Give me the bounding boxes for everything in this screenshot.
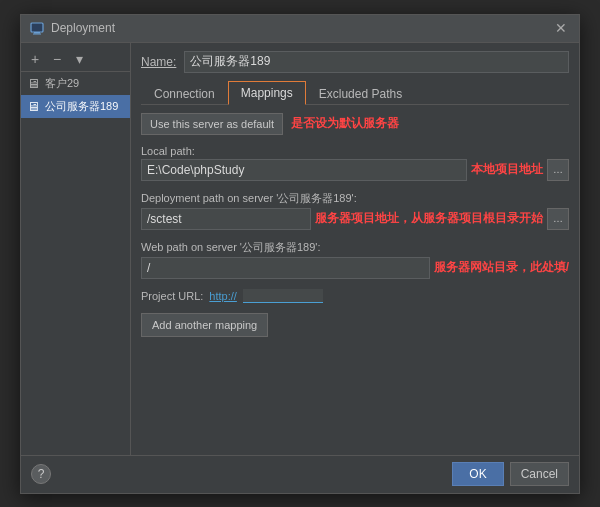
sidebar-item-company189[interactable]: 🖥 公司服务器189 <box>21 95 130 118</box>
dialog-content: + − ▾ 🖥 客户29 🖥 公司服务器189 Name: Connecti <box>21 43 579 455</box>
name-input[interactable] <box>184 51 569 73</box>
main-panel: Name: Connection Mappings Excluded Paths… <box>131 43 579 455</box>
project-url-row: Project URL: http:// <box>141 289 569 303</box>
annotation-deployment: 服务器项目地址，从服务器项目根目录开始 <box>315 210 543 227</box>
tabs: Connection Mappings Excluded Paths <box>141 81 569 105</box>
local-path-row: 本地项目地址 … <box>141 159 569 181</box>
tab-excluded-paths[interactable]: Excluded Paths <box>306 82 415 105</box>
deployment-icon <box>29 20 45 36</box>
local-path-label: Local path: <box>141 145 569 157</box>
sidebar-item-label: 客户29 <box>45 76 124 91</box>
dialog-title: Deployment <box>51 21 115 35</box>
use-default-button[interactable]: Use this server as default <box>141 113 283 135</box>
svg-rect-1 <box>34 32 40 34</box>
deployment-path-row: 服务器项目地址，从服务器项目根目录开始 … <box>141 208 569 230</box>
project-url-masked <box>243 289 323 303</box>
deployment-path-label: Deployment path on server '公司服务器189': <box>141 191 569 206</box>
tab-mappings[interactable]: Mappings <box>228 81 306 105</box>
tab-content-mappings: Use this server as default 是否设为默认服务器 Loc… <box>141 113 569 447</box>
svg-rect-2 <box>33 34 41 35</box>
close-button[interactable]: ✕ <box>551 19 571 37</box>
help-button[interactable]: ? <box>31 464 51 484</box>
add-server-button[interactable]: + <box>25 49 45 69</box>
ok-button[interactable]: OK <box>452 462 503 486</box>
server-icon: 🖥 <box>27 76 40 91</box>
annotation-web: 服务器网站目录，此处填/ <box>434 259 569 276</box>
web-path-row: 服务器网站目录，此处填/ <box>141 257 569 279</box>
local-path-browse-button[interactable]: … <box>547 159 569 181</box>
footer: ? OK Cancel <box>21 455 579 493</box>
sidebar-item-client29[interactable]: 🖥 客户29 <box>21 72 130 95</box>
server-menu-button[interactable]: ▾ <box>69 49 89 69</box>
name-row: Name: <box>141 51 569 73</box>
sidebar-item-label: 公司服务器189 <box>45 99 124 114</box>
server-icon: 🖥 <box>27 99 40 114</box>
web-path-input[interactable] <box>141 257 430 279</box>
sidebar: + − ▾ 🖥 客户29 🖥 公司服务器189 <box>21 43 131 455</box>
web-path-group: Web path on server '公司服务器189': 服务器网站目录，此… <box>141 240 569 279</box>
annotation-default: 是否设为默认服务器 <box>291 115 399 132</box>
deployment-path-group: Deployment path on server '公司服务器189': 服务… <box>141 191 569 230</box>
project-url-value[interactable]: http:// <box>209 290 237 302</box>
titlebar: Deployment ✕ <box>21 15 579 43</box>
web-path-label: Web path on server '公司服务器189': <box>141 240 569 255</box>
annotation-local: 本地项目地址 <box>471 161 543 178</box>
project-url-label: Project URL: <box>141 290 203 302</box>
cancel-button[interactable]: Cancel <box>510 462 569 486</box>
sidebar-toolbar: + − ▾ <box>21 47 130 72</box>
name-label: Name: <box>141 55 176 69</box>
deployment-path-input[interactable] <box>141 208 311 230</box>
server-default-row: Use this server as default 是否设为默认服务器 <box>141 113 569 135</box>
tab-connection[interactable]: Connection <box>141 82 228 105</box>
deployment-dialog: Deployment ✕ + − ▾ 🖥 客户29 🖥 公司服务器189 <box>20 14 580 494</box>
local-path-input[interactable] <box>141 159 467 181</box>
remove-server-button[interactable]: − <box>47 49 67 69</box>
add-mapping-button[interactable]: Add another mapping <box>141 313 268 337</box>
footer-buttons: OK Cancel <box>452 462 569 486</box>
deployment-path-browse-button[interactable]: … <box>547 208 569 230</box>
local-path-group: Local path: 本地项目地址 … <box>141 145 569 181</box>
svg-rect-0 <box>31 23 43 32</box>
titlebar-left: Deployment <box>29 20 115 36</box>
